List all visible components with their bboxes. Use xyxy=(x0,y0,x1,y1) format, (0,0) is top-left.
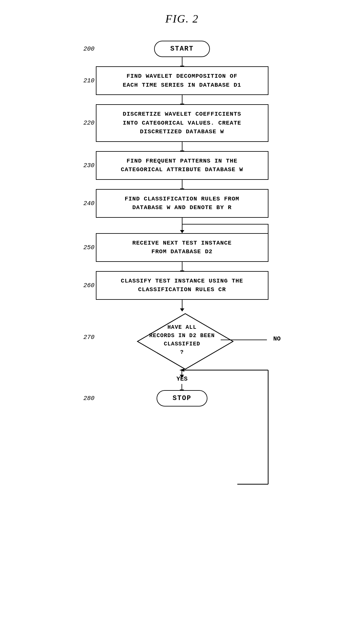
stop-node: STOP xyxy=(157,390,207,406)
label-230: 230 xyxy=(84,162,95,169)
step-240-row: 240 FIND CLASSIFICATION RULES FROMDATABA… xyxy=(74,189,290,218)
step-210-row: 210 FIND WAVELET DECOMPOSITION OFEACH TI… xyxy=(74,66,290,95)
yes-section: YES xyxy=(176,369,187,390)
arrow-yes-2 xyxy=(182,384,182,390)
label-200: 200 xyxy=(84,45,95,52)
step-270-diamond: HAVE ALLRECORDS IN D2 BEEN CLASSIFIED? xyxy=(136,312,228,368)
step-230: FIND FREQUENT PATTERNS IN THECATEGORICAL… xyxy=(96,151,268,180)
arrow-feedback-section xyxy=(74,218,290,233)
step-220: DISCRETIZE WAVELET COEFFICIENTSINTO CATE… xyxy=(96,104,268,142)
arrow-7 xyxy=(182,300,182,309)
label-240: 240 xyxy=(84,200,95,207)
flowchart: 200 START 210 FIND WAVELET DECOMPOSITION… xyxy=(74,41,290,406)
step-250: RECEIVE NEXT TEST INSTANCEFROM DATABASE … xyxy=(96,233,268,262)
diamond-text-270: HAVE ALLRECORDS IN D2 BEEN CLASSIFIED? xyxy=(136,323,228,357)
label-250: 250 xyxy=(84,244,95,251)
label-280: 280 xyxy=(84,395,95,402)
step-210: FIND WAVELET DECOMPOSITION OFEACH TIME S… xyxy=(96,66,268,95)
start-node: START xyxy=(154,41,210,57)
figure-title: FIG. 2 xyxy=(166,12,199,25)
arrow-1 xyxy=(182,57,182,66)
label-220: 220 xyxy=(84,119,95,126)
arrow-yes xyxy=(182,369,182,375)
step-220-row: 220 DISCRETIZE WAVELET COEFFICIENTSINTO … xyxy=(74,104,290,142)
page: FIG. 2 200 START 210 FIND WAVELET DECOMP… xyxy=(0,0,364,623)
step-250-row: 250 RECEIVE NEXT TEST INSTANCEFROM DATAB… xyxy=(74,233,290,262)
step-260: CLASSIFY TEST INSTANCE USING THECLASSIFI… xyxy=(96,271,268,300)
step-260-row: 260 CLASSIFY TEST INSTANCE USING THECLAS… xyxy=(74,271,290,300)
step-230-row: 230 FIND FREQUENT PATTERNS IN THECATEGOR… xyxy=(74,151,290,180)
label-260: 260 xyxy=(84,282,95,289)
label-210: 210 xyxy=(84,77,95,84)
arrow-3 xyxy=(182,142,182,151)
arrow-4 xyxy=(182,180,182,189)
arrow-2 xyxy=(182,95,182,104)
start-row: 200 START xyxy=(74,41,290,57)
arrow-6 xyxy=(182,262,182,271)
step-240: FIND CLASSIFICATION RULES FROMDATABASE W… xyxy=(96,189,268,218)
stop-row: 280 STOP xyxy=(74,390,290,406)
step-270-section: 270 HAVE ALLRECORDS IN D2 BEEN CLASSIFIE… xyxy=(74,309,290,390)
